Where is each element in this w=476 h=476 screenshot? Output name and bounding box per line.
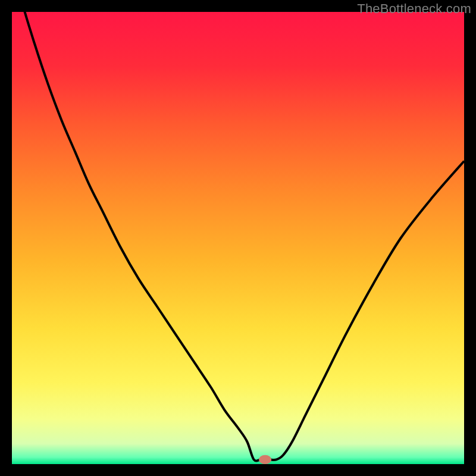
optimal-point-marker xyxy=(259,455,271,464)
watermark-text: TheBottleneck.com xyxy=(357,1,471,17)
gradient-background xyxy=(12,12,464,464)
chart-frame: TheBottleneck.com xyxy=(0,0,476,476)
bottleneck-chart xyxy=(12,12,464,464)
